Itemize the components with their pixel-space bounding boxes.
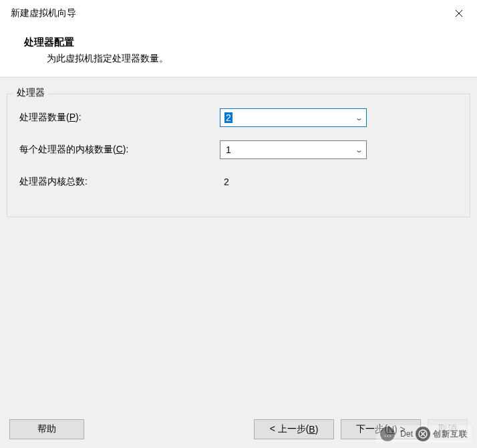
processors-groupbox: 处理器 处理器数量(P): 2 ⌄ 每个处理器的内核数量(C): 1 ⌄ [7,94,470,217]
close-icon [455,9,463,17]
chevron-down-icon: ⌄ [355,146,363,154]
watermark: … Det 创新互联 [376,425,472,443]
close-button[interactable] [444,3,474,24]
page-heading: 处理器配置 [24,36,477,49]
processor-count-label: 处理器数量(P): [19,112,220,124]
cores-per-processor-row: 每个处理器的内核数量(C): 1 ⌄ [19,140,458,159]
window-title: 新建虚拟机向导 [11,7,76,19]
watermark-chat-label: Det [400,429,413,439]
total-cores-label: 处理器内核总数: [19,176,220,188]
titlebar: 新建虚拟机向导 [0,0,477,27]
accelerator-key: B [309,424,315,435]
cores-per-processor-label: 每个处理器的内核数量(C): [19,144,220,156]
brand-logo-icon [416,427,430,441]
label-text: ): [75,112,82,122]
chat-bubble-icon: … [380,427,395,441]
total-cores-value: 2 [220,177,229,187]
chevron-down-icon: ⌄ [355,114,363,122]
total-cores-row: 处理器内核总数: 2 [19,173,458,191]
accelerator-key: P [69,112,75,122]
wizard-body: 处理器 处理器数量(P): 2 ⌄ 每个处理器的内核数量(C): 1 ⌄ [0,78,477,411]
page-subheading: 为此虚拟机指定处理器数量。 [24,53,477,65]
label-text: 处理器数量( [19,112,69,122]
watermark-brand-text: 创新互联 [433,429,468,440]
groupbox-title: 处理器 [13,87,49,99]
wizard-header: 处理器配置 为此虚拟机指定处理器数量。 [0,27,477,78]
label-text: 每个处理器的内核数量( [19,144,116,154]
combobox-value: 2 [224,112,232,123]
label-text: ): [123,144,129,154]
combobox-value: 1 [224,144,232,155]
processor-count-row: 处理器数量(P): 2 ⌄ [19,108,458,127]
cores-per-processor-combobox[interactable]: 1 ⌄ [220,140,367,159]
label-text: ) [315,424,319,435]
label-text: < 上一步( [270,423,309,435]
help-button[interactable]: 帮助 [9,419,84,439]
processor-count-combobox[interactable]: 2 ⌄ [220,108,367,127]
accelerator-key: C [116,144,123,154]
back-button[interactable]: < 上一步(B) [254,419,334,439]
wizard-dialog: 新建虚拟机向导 处理器配置 为此虚拟机指定处理器数量。 处理器 处理器数量(P)… [0,0,477,448]
